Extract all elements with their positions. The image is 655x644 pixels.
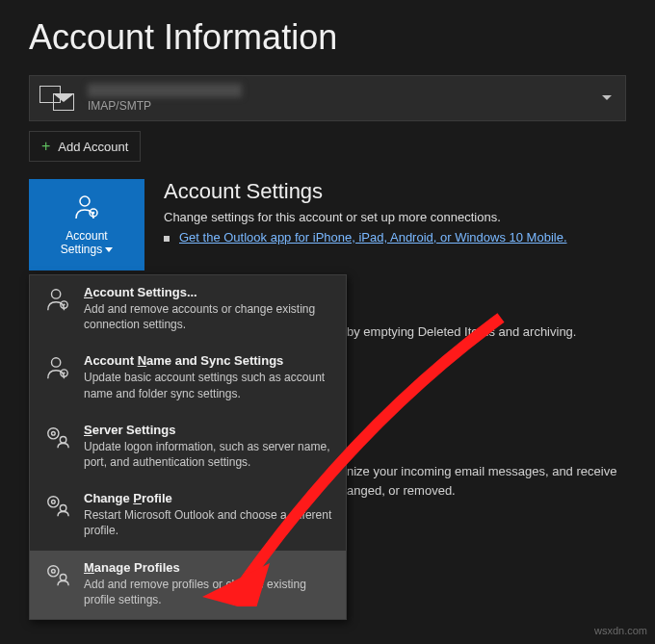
menu-item-account-settings[interactable]: Account Settings... Add and remove accou… <box>30 275 346 344</box>
svg-point-10 <box>52 431 56 435</box>
menu-item-desc: Update logon information, such as server… <box>84 439 332 470</box>
account-settings-dropdown: Account Settings... Add and remove accou… <box>29 274 347 620</box>
svg-point-5 <box>63 303 65 305</box>
svg-point-2 <box>92 211 95 214</box>
chevron-down-icon <box>602 95 612 100</box>
person-gear-icon <box>43 285 72 332</box>
page-title: Account Information <box>0 0 655 75</box>
menu-item-name-sync[interactable]: Account Name and Sync Settings Update ba… <box>30 344 346 412</box>
account-protocol: IMAP/SMTP <box>88 99 242 113</box>
gear-person-icon <box>43 560 72 607</box>
menu-item-desc: Update basic account settings such as ac… <box>84 370 332 400</box>
gear-person-icon <box>43 423 72 470</box>
svg-point-13 <box>52 501 56 504</box>
svg-point-6 <box>52 358 61 367</box>
tile-line1: Account <box>66 229 107 243</box>
get-outlook-app-link[interactable]: Get the Outlook app for iPhone, iPad, An… <box>179 230 567 245</box>
menu-item-desc: Restart Microsoft Outlook and choose a d… <box>84 507 332 538</box>
account-settings-tile[interactable]: Account Settings <box>29 179 144 270</box>
account-selector[interactable]: IMAP/SMTP <box>29 75 626 121</box>
bullet-icon <box>164 236 170 242</box>
svg-point-15 <box>48 565 59 576</box>
background-text-archiving: by emptying Deleted Items and archiving. <box>347 322 576 342</box>
add-account-button[interactable]: + Add Account <box>29 131 141 162</box>
svg-point-17 <box>60 574 66 580</box>
mail-folder-icon <box>39 90 82 107</box>
svg-point-16 <box>52 569 56 573</box>
tile-line2: Settings <box>61 243 102 256</box>
chevron-down-icon <box>105 247 113 252</box>
watermark: wsxdn.com <box>594 625 647 636</box>
menu-item-server-settings[interactable]: Server Settings Update logon information… <box>30 413 346 481</box>
background-text-rules: nize your incoming email messages, and r… <box>347 462 616 500</box>
account-name-redacted <box>88 84 242 97</box>
svg-point-8 <box>63 373 65 374</box>
person-gear-icon <box>43 353 72 400</box>
section-heading: Account Settings <box>164 179 636 204</box>
svg-point-11 <box>60 436 66 443</box>
svg-point-9 <box>48 427 59 438</box>
svg-point-3 <box>52 290 61 298</box>
menu-item-manage-profiles[interactable]: Manage Profiles Add and remove profiles … <box>30 551 346 619</box>
section-subtitle: Change settings for this account or set … <box>164 210 636 224</box>
menu-item-change-profile[interactable]: Change Profile Restart Microsoft Outlook… <box>30 481 346 550</box>
add-account-label: Add Account <box>58 140 128 154</box>
svg-point-12 <box>48 497 59 507</box>
menu-item-desc: Add and remove accounts or change existi… <box>84 301 332 332</box>
menu-item-desc: Add and remove profiles or change existi… <box>84 577 332 607</box>
gear-person-icon <box>43 491 72 538</box>
svg-point-14 <box>60 505 66 512</box>
person-gear-icon <box>72 193 101 223</box>
svg-point-0 <box>80 196 90 206</box>
plus-icon: + <box>41 138 50 155</box>
